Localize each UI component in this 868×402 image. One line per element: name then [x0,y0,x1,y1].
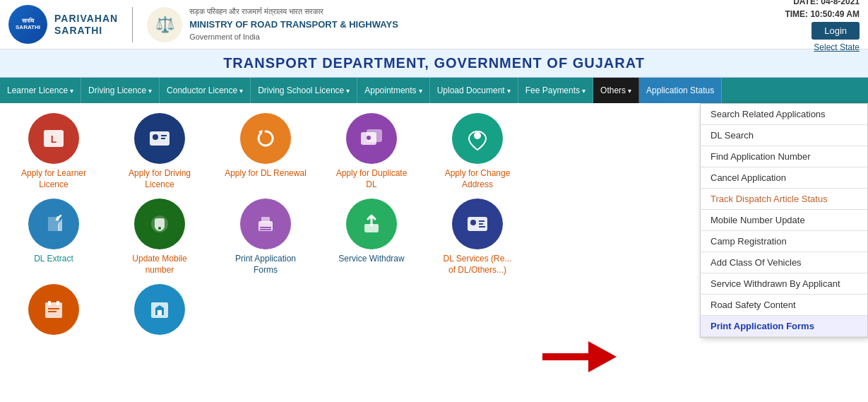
date-value: 04-8-2021 [821,0,860,6]
dropdown-service-withdrawn[interactable]: Service Withdrawn By Applicant [701,273,867,295]
nav-fee-payments[interactable]: Fee Payments ▾ [518,78,593,103]
card-driving-licence[interactable]: Apply for DrivingLicence [117,113,202,190]
main-navbar: Learner Licence ▾ Driving Licence ▾ Cond… [0,78,868,103]
nav-others-label: Others [600,85,626,95]
card-change-address[interactable]: Apply for ChangeAddress [435,113,520,190]
nav-driving-school[interactable]: Driving School Licence ▾ [251,78,357,103]
nav-appstatus-label: Application Status [646,85,714,95]
dropdown-road-safety[interactable]: Road Safety Content [701,295,867,316]
nav-fee-label: Fee Payments [525,85,580,95]
svg-rect-2 [150,131,170,146]
card-dl-extract[interactable]: DL Extract [11,199,96,276]
login-button[interactable]: Login [811,22,860,40]
fee-caret-icon: ▾ [582,87,585,95]
dropdown-mobile-update[interactable]: Mobile Number Update [701,210,867,231]
govt-label: Government of India [189,31,398,43]
nav-appointments-label: Appointments [364,85,416,95]
dropdown-find-application[interactable]: Find Application Number [701,146,867,167]
nav-conductor-licence[interactable]: Conductor Licence ▾ [160,78,251,103]
banner-title: TRANSPORT DEPARTMENT, GOVERNMENT OF GUJA… [223,55,645,71]
svg-rect-21 [479,220,484,222]
dropdown-search-related[interactable]: Search Related Applications [701,104,867,125]
others-caret-icon: ▾ [628,87,631,95]
dropdown-dl-search[interactable]: DL Search [701,125,867,146]
card-duplicate-dl[interactable]: Apply for DuplicateDL [329,113,414,190]
update-mobile-label: Update Mobilenumber [132,254,186,276]
sarathi-logo: सारथिSARATHI [8,5,47,44]
service-withdraw-icon [346,199,397,249]
dl-services-label: DL Services (Re...of DL/Others...) [444,254,512,276]
svg-rect-25 [48,301,51,305]
nav-others[interactable]: Others ▾ [593,78,639,103]
svg-point-13 [158,227,161,230]
arrow-head-icon [588,341,617,372]
duplicate-dl-label: Apply for DuplicateDL [336,168,408,190]
svg-rect-19 [468,217,487,231]
dl-renewal-label: Apply for DL Renewal [225,168,307,179]
time-label: TIME: [785,9,808,19]
card-learner-licence[interactable]: L Apply for LearnerLicence [11,113,96,190]
card-update-mobile[interactable]: Update Mobilenumber [117,199,202,276]
nav-learner-licence[interactable]: Learner Licence ▾ [0,78,81,103]
svg-rect-16 [260,227,271,228]
emblem-logo: ⚖️ [147,7,182,42]
driving-licence-label: Apply for DrivingLicence [129,168,191,190]
date-display: DATE: 04-8-2021 [793,0,860,6]
svg-rect-8 [367,129,382,142]
nav-driving-licence[interactable]: Driving Licence ▾ [81,78,160,103]
dropdown-add-class-vehicles[interactable]: Add Class Of Vehicles [701,252,867,273]
nav-driving-label: Driving Licence [88,85,146,95]
date-label: DATE: [793,0,819,6]
nav-application-status[interactable]: Application Status [639,78,722,103]
svg-text:L: L [51,134,57,145]
row3-icon-1 [28,284,79,335]
duplicate-dl-icon [346,113,397,164]
svg-point-3 [153,134,158,140]
dl-extract-label: DL Extract [34,254,73,265]
brand-name: PARIVAHAN SARATHI [54,13,118,37]
dropdown-print-forms[interactable]: Print Application Forms [701,316,867,337]
arrow-shaft [542,353,588,360]
service-withdraw-label: Service Withdraw [338,254,404,265]
change-address-icon [452,113,503,164]
department-banner: TRANSPORT DEPARTMENT, GOVERNMENT OF GUJA… [0,49,868,78]
dl-renewal-icon [240,113,291,164]
dropdown-camp-registration[interactable]: Camp Registration [701,231,867,252]
card-print-forms[interactable]: Print ApplicationForms [223,199,308,276]
card-dl-services[interactable]: DL Services (Re...of DL/Others...) [435,199,520,276]
update-mobile-icon [134,199,185,249]
svg-point-20 [470,220,476,225]
nav-upload-document[interactable]: Upload Document ▾ [430,78,518,103]
ministry-name: MINISTRY OF ROAD TRANSPORT & HIGHWAYS [189,18,398,32]
school-caret-icon: ▾ [346,87,350,95]
select-state-link[interactable]: Select State [814,42,860,52]
nav-upload-label: Upload Document [437,85,505,95]
header-right: DATE: 04-8-2021 TIME: 10:50:49 AM Login … [785,0,860,52]
learner-licence-icon: L [28,113,79,164]
dl-extract-icon [28,199,79,249]
svg-rect-27 [48,308,59,309]
learner-caret-icon: ▾ [70,87,73,95]
svg-rect-4 [161,135,167,136]
card-dl-renewal[interactable]: Apply for DL Renewal [223,113,308,190]
header-divider [132,7,133,42]
upload-caret-icon: ▾ [507,87,511,95]
conductor-caret-icon: ▾ [239,87,243,95]
others-dropdown-menu: Search Related Applications DL Search Fi… [700,103,868,338]
ministry-hindi: सड़क परिवहन और राजमार्ग मंत्रालय भारत सर… [189,6,398,18]
driving-licence-icon [134,113,185,164]
driving-caret-icon: ▾ [148,87,152,95]
card-row3-1[interactable] [11,284,96,339]
svg-rect-23 [479,226,485,227]
card-row3-2[interactable] [117,284,202,339]
nav-school-label: Driving School Licence [258,85,344,95]
dropdown-cancel-application[interactable]: Cancel Application [701,167,867,189]
dropdown-track-dispatch[interactable]: Track Dispatch Article Status [701,189,867,210]
svg-rect-22 [479,223,483,225]
svg-rect-15 [261,217,270,223]
nav-appointments[interactable]: Appointments ▾ [357,78,429,103]
time-value: 10:50:49 AM [810,9,860,19]
card-service-withdraw[interactable]: Service Withdraw [329,199,414,276]
print-forms-icon [240,199,291,249]
nav-learner-label: Learner Licence [7,85,68,95]
